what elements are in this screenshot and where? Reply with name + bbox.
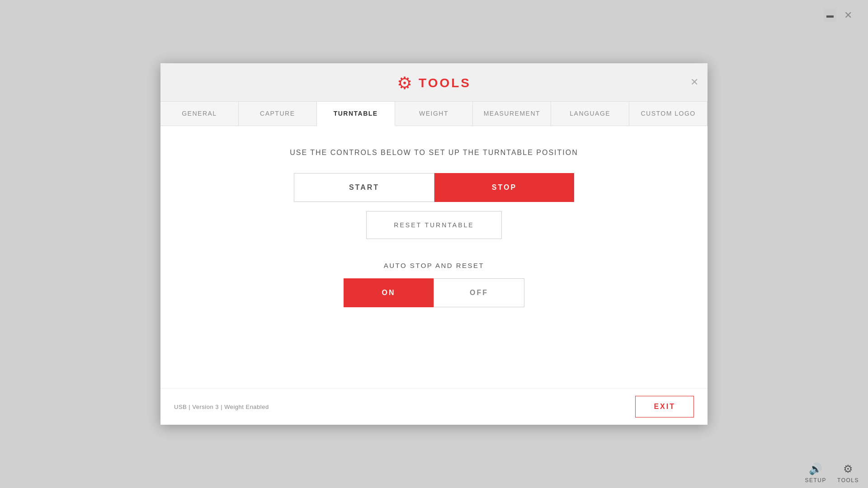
tools-label: TOOLS — [837, 477, 859, 483]
status-text: USB | Version 3 | Weight Enabled — [174, 404, 269, 410]
modal-header: ⚙ TOOLS ✕ — [160, 63, 708, 102]
start-stop-row: START STOP — [294, 173, 574, 202]
taskbar-setup[interactable]: 🔊 SETUP — [805, 463, 827, 483]
speaker-icon: 🔊 — [809, 463, 822, 475]
start-button[interactable]: START — [294, 173, 434, 202]
close-icon: ✕ — [844, 9, 852, 21]
tab-measurement[interactable]: MEASUREMENT — [473, 102, 551, 126]
tools-modal: ⚙ TOOLS ✕ GENERAL CAPTURE TURNTABLE WEIG… — [160, 63, 708, 425]
exit-button[interactable]: EXIT — [635, 396, 694, 418]
instruction-text: USE THE CONTROLS BELOW TO SET UP THE TUR… — [290, 149, 578, 157]
setup-label: SETUP — [805, 477, 827, 483]
modal-close-button[interactable]: ✕ — [690, 77, 698, 87]
minimize-icon: ▬ — [826, 11, 834, 19]
title-area: ⚙ TOOLS — [397, 73, 471, 93]
modal-body: USE THE CONTROLS BELOW TO SET UP THE TUR… — [160, 126, 708, 388]
taskbar-items: 🔊 SETUP ⚙ TOOLS — [805, 463, 859, 483]
tab-capture[interactable]: CAPTURE — [239, 102, 317, 126]
tab-general[interactable]: GENERAL — [160, 102, 239, 126]
taskbar-tools[interactable]: ⚙ TOOLS — [837, 463, 859, 483]
reset-turntable-button[interactable]: RESET TURNTABLE — [366, 211, 502, 239]
tab-turntable[interactable]: TURNTABLE — [317, 102, 395, 126]
modal-title: TOOLS — [419, 76, 471, 90]
window-close-button[interactable]: ✕ — [842, 9, 854, 22]
taskbar-gear-icon: ⚙ — [843, 463, 853, 475]
tab-weight[interactable]: WEIGHT — [395, 102, 473, 126]
off-button[interactable]: OFF — [434, 278, 524, 307]
tab-custom-logo[interactable]: CUSTOM LOGO — [629, 102, 708, 126]
on-button[interactable]: ON — [344, 278, 434, 307]
auto-stop-section: AUTO STOP AND RESET ON OFF — [179, 262, 689, 307]
gear-icon: ⚙ — [397, 73, 412, 93]
modal-footer: USB | Version 3 | Weight Enabled EXIT — [160, 388, 708, 425]
minimize-button[interactable]: ▬ — [824, 9, 836, 22]
taskbar: 🔊 SETUP ⚙ TOOLS — [796, 458, 868, 488]
auto-stop-label: AUTO STOP AND RESET — [384, 262, 485, 269]
on-off-toggle: ON OFF — [344, 278, 524, 307]
tabs-bar: GENERAL CAPTURE TURNTABLE WEIGHT MEASURE… — [160, 102, 708, 126]
stop-button[interactable]: STOP — [434, 173, 574, 202]
tab-language[interactable]: LANGUAGE — [551, 102, 629, 126]
